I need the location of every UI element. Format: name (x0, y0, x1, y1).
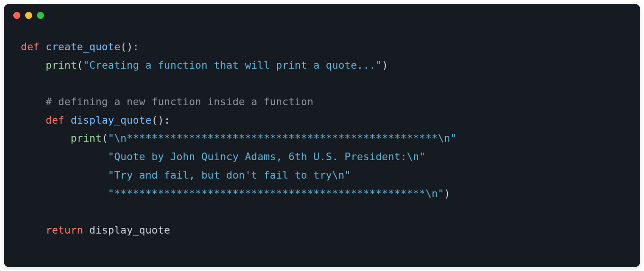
code-token-string: "\n*************************************… (108, 132, 456, 144)
code-token-keyword: return (46, 224, 89, 236)
code-token-string: "Creating a function that will print a q… (83, 59, 382, 71)
titlebar (4, 4, 640, 27)
code-token-call: print (71, 132, 102, 144)
code-token-punct: ) (382, 59, 388, 71)
code-line: def display_quote(): (21, 111, 623, 130)
code-token-call: print (46, 59, 77, 71)
code-token-string: "***************************************… (108, 188, 444, 199)
minimize-icon[interactable] (25, 12, 32, 19)
code-token-punct (96, 151, 108, 163)
code-area: def create_quote(): print("Creating a fu… (4, 27, 640, 251)
code-line: "Quote by John Quincy Adams, 6th U.S. Pr… (21, 148, 623, 166)
code-line (21, 74, 623, 93)
editor-window: def create_quote(): print("Creating a fu… (4, 4, 640, 267)
code-token-keyword: def (46, 114, 71, 126)
zoom-icon[interactable] (37, 12, 44, 19)
code-token-funcdef: create_quote (46, 41, 121, 53)
code-token-comment: # defining a new function inside a funct… (46, 96, 313, 108)
code-token-punct (96, 188, 108, 199)
code-token-punct: (): (152, 114, 170, 126)
code-token-string: "Quote by John Quincy Adams, 6th U.S. Pr… (108, 151, 425, 163)
code-token-punct: ) (444, 188, 450, 199)
code-line (21, 203, 623, 221)
code-token-string: "Try and fail, but don't fail to try\n" (108, 169, 351, 181)
code-line: def create_quote(): (21, 38, 623, 56)
code-line: return display_quote (21, 221, 623, 240)
code-line: print("\n*******************************… (21, 129, 623, 148)
close-icon[interactable] (13, 12, 20, 19)
code-token-funcdef: display_quote (71, 114, 152, 126)
code-line: # defining a new function inside a funct… (21, 93, 623, 111)
code-line: "Try and fail, but don't fail to try\n" (21, 166, 623, 185)
code-token-punct (96, 169, 108, 181)
code-token-punct: ( (77, 59, 83, 71)
code-line: print("Creating a function that will pri… (21, 56, 623, 75)
code-token-keyword: def (21, 41, 46, 53)
code-token-ident: display_quote (89, 224, 170, 236)
code-line: "***************************************… (21, 185, 623, 203)
code-token-punct: (): (120, 41, 139, 53)
code-token-punct: ( (102, 132, 108, 144)
